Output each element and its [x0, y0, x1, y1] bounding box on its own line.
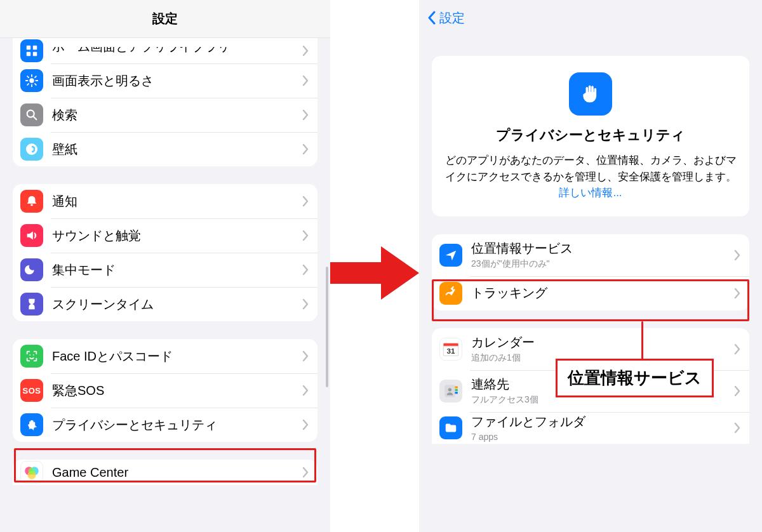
chevron-right-icon: [302, 45, 309, 57]
faceid-icon: [20, 345, 43, 368]
settings-header: 設定: [0, 0, 330, 38]
screentime-icon: [20, 293, 43, 316]
settings-group-display: ホーム画面とアプリライブラリ 画面表示と明るさ 検索 壁紙: [13, 38, 318, 166]
settings-item-faceid[interactable]: Face IDとパスコード: [13, 339, 318, 373]
contacts-icon: [439, 380, 462, 402]
privacy-title: プライバシーとセキュリティ: [444, 126, 737, 145]
settings-item-wallpaper[interactable]: 壁紙: [13, 132, 318, 166]
settings-item-brightness[interactable]: 画面表示と明るさ: [13, 63, 318, 98]
chevron-right-icon: [302, 75, 309, 86]
settings-item-sound[interactable]: サウンドと触覚: [13, 218, 318, 253]
svg-point-16: [31, 145, 32, 146]
svg-rect-2: [27, 52, 30, 56]
sound-icon: [20, 224, 43, 247]
instruction-arrow: [330, 241, 419, 305]
row-label: ホーム画面とアプリライブラリ: [52, 47, 297, 55]
privacy-group-location: 位置情報サービス 23個が"使用中のみ" トラッキング: [432, 234, 749, 310]
back-button[interactable]: 設定: [419, 0, 762, 36]
settings-item-search[interactable]: 検索: [13, 98, 318, 132]
settings-item-focus[interactable]: 集中モード: [13, 253, 318, 287]
settings-item-screentime[interactable]: スクリーンタイム: [13, 287, 318, 321]
row-label: Face IDとパスコード: [52, 348, 297, 365]
settings-item-privacy[interactable]: プライバシーとセキュリティ: [13, 408, 318, 442]
search-icon: [20, 103, 43, 126]
settings-title: 設定: [152, 10, 178, 27]
row-sub: 7 apps: [471, 432, 729, 442]
home-library-icon: [20, 39, 43, 62]
svg-line-10: [35, 84, 36, 85]
settings-item-notifications[interactable]: 通知: [13, 184, 318, 218]
brightness-icon: [20, 69, 43, 92]
svg-line-9: [27, 76, 29, 77]
privacy-item-location[interactable]: 位置情報サービス 23個が"使用中のみ": [432, 234, 749, 276]
svg-rect-33: [455, 386, 458, 388]
callout-text: 位置情報サービス: [568, 368, 702, 387]
row-label: 通知: [52, 193, 297, 210]
svg-rect-0: [27, 46, 30, 50]
chevron-right-icon: [302, 230, 309, 241]
row-label: 検索: [52, 107, 297, 124]
svg-rect-20: [30, 204, 33, 206]
chevron-right-icon: [302, 467, 309, 478]
svg-rect-1: [33, 46, 37, 50]
settings-group-security: Face IDとパスコード SOS 緊急SOS プライバシーとセキュリティ: [13, 339, 318, 442]
svg-point-36: [448, 388, 451, 391]
row-label: 画面表示と明るさ: [52, 72, 297, 90]
chevron-right-icon: [734, 422, 740, 434]
scroll-indicator[interactable]: [326, 267, 328, 387]
files-icon: [439, 416, 462, 439]
callout-location: 位置情報サービス: [556, 359, 714, 397]
gamecenter-icon: [20, 461, 43, 484]
privacy-desc-text: どのアプリがあなたのデータ、位置情報、カメラ、およびマイクにアクセスできるかを管…: [445, 154, 737, 183]
notifications-icon: [20, 190, 43, 213]
svg-point-17: [31, 153, 32, 154]
chevron-right-icon: [734, 385, 740, 397]
privacy-header-card: プライバシーとセキュリティ どのアプリがあなたのデータ、位置情報、カメラ、および…: [432, 56, 749, 216]
chevron-left-icon: [427, 11, 437, 25]
svg-rect-34: [455, 389, 458, 390]
row-label: Game Center: [52, 465, 297, 480]
settings-group-notifications: 通知 サウンドと触覚 集中モード スクリーンタイム: [13, 184, 318, 321]
svg-rect-29: [443, 343, 458, 346]
svg-point-19: [36, 149, 37, 150]
privacy-right-pane: 設定 プライバシーとセキュリティ どのアプリがあなたのデータ、位置情報、カメラ、…: [419, 0, 762, 532]
chevron-right-icon: [302, 419, 309, 430]
row-label: スクリーンタイム: [52, 296, 297, 313]
chevron-right-icon: [302, 109, 309, 121]
calendar-icon: 31: [439, 338, 462, 361]
chevron-right-icon: [302, 196, 309, 207]
privacy-hand-icon: [569, 72, 612, 116]
location-icon: [439, 244, 462, 267]
privacy-item-files[interactable]: ファイルとフォルダ 7 apps: [432, 412, 749, 444]
chevron-right-icon: [302, 298, 309, 310]
sos-icon: SOS: [20, 379, 43, 402]
svg-point-21: [29, 354, 30, 356]
chevron-right-icon: [734, 249, 740, 261]
row-label: 位置情報サービス: [471, 240, 729, 257]
svg-rect-3: [33, 52, 37, 56]
privacy-description: どのアプリがあなたのデータ、位置情報、カメラ、およびマイクにアクセスできるかを管…: [444, 152, 737, 201]
row-label: プライバシーとセキュリティ: [52, 416, 297, 434]
svg-text:31: 31: [447, 347, 455, 355]
chevron-right-icon: [302, 264, 309, 276]
focus-icon: [20, 258, 43, 281]
settings-item-home[interactable]: ホーム画面とアプリライブラリ: [13, 38, 318, 63]
settings-item-sos[interactable]: SOS 緊急SOS: [13, 373, 318, 408]
privacy-item-tracking[interactable]: トラッキング: [432, 276, 749, 310]
svg-line-14: [34, 117, 37, 120]
row-label: カレンダー: [471, 334, 729, 351]
svg-point-22: [33, 354, 34, 356]
svg-line-11: [27, 84, 29, 85]
svg-point-4: [29, 78, 34, 83]
settings-item-gamecenter[interactable]: Game Center: [13, 460, 318, 485]
chevron-right-icon: [302, 350, 309, 362]
settings-group-game: Game Center: [13, 460, 318, 485]
chevron-right-icon: [734, 288, 740, 299]
chevron-right-icon: [302, 143, 309, 155]
wallpaper-icon: [20, 138, 43, 161]
row-label: トラッキング: [471, 284, 729, 302]
tracking-icon: [439, 282, 462, 305]
privacy-learn-more-link[interactable]: 詳しい情報...: [559, 187, 622, 199]
svg-point-18: [27, 149, 29, 150]
row-sub: 23個が"使用中のみ": [471, 258, 729, 270]
